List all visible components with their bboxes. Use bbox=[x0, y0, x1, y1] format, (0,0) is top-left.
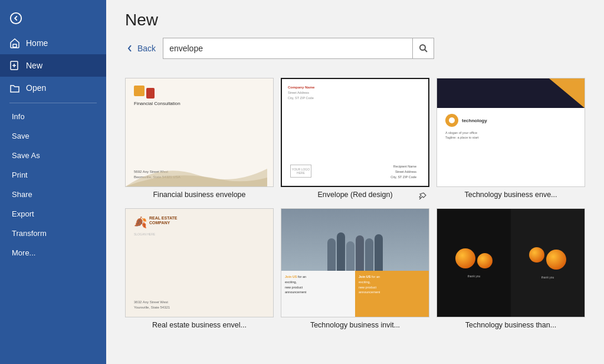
sidebar-item-open[interactable]: Open bbox=[0, 77, 106, 99]
template-label-tech-thank: Technology business than... bbox=[436, 317, 585, 336]
template-thumb-realestate: 🍂 REAL ESTATECOMPANY SLOGAN HERE 3632 An… bbox=[125, 208, 274, 317]
back-link[interactable]: Back bbox=[125, 44, 156, 53]
sidebar-item-home-label: Home bbox=[26, 38, 48, 48]
sidebar-menu-export[interactable]: Export bbox=[0, 204, 106, 224]
sidebar-menu-more[interactable]: More... bbox=[0, 243, 106, 263]
template-label-envelope-red: Envelope (Red design) bbox=[281, 187, 429, 206]
sidebar-menu-share[interactable]: Share bbox=[0, 185, 106, 204]
back-link-label: Back bbox=[137, 44, 156, 53]
template-label-tech-envelope: Technology business enve... bbox=[436, 187, 585, 206]
sidebar-menu-transform[interactable]: Transform bbox=[0, 224, 106, 243]
svg-rect-1 bbox=[13, 44, 17, 47]
svg-point-0 bbox=[11, 13, 21, 24]
template-card-tech-thank[interactable]: thank you thank you Technology business … bbox=[436, 208, 585, 336]
template-card-envelope-red[interactable]: Company Name Street AddressCity, ST ZIP … bbox=[281, 78, 429, 206]
template-card-financial[interactable]: Financial Consultation 5692 Any Street W… bbox=[125, 78, 274, 206]
sidebar-menu-print[interactable]: Print bbox=[0, 165, 106, 185]
svg-line-6 bbox=[425, 50, 427, 52]
pin-icon bbox=[418, 192, 427, 201]
sidebar-menu-save-as[interactable]: Save As bbox=[0, 146, 106, 165]
sidebar-menu-save[interactable]: Save bbox=[0, 126, 106, 146]
sidebar-menu-info[interactable]: Info bbox=[0, 107, 106, 126]
templates-grid: Financial Consultation 5692 Any Street W… bbox=[125, 78, 585, 336]
template-thumb-tech-envelope: technology A slogan of your officeTaglin… bbox=[436, 78, 585, 187]
template-card-realestate[interactable]: 🍂 REAL ESTATECOMPANY SLOGAN HERE 3632 An… bbox=[125, 208, 274, 336]
template-label-realestate: Real estate business envel... bbox=[125, 317, 274, 336]
template-label-financial: Financial business envelope bbox=[125, 187, 274, 206]
sidebar-item-open-label: Open bbox=[26, 83, 46, 93]
page-title: New bbox=[125, 11, 585, 29]
search-input[interactable] bbox=[163, 44, 412, 53]
template-thumb-financial: Financial Consultation 5692 Any Street W… bbox=[125, 78, 274, 187]
back-button[interactable] bbox=[2, 5, 29, 32]
sidebar-item-home[interactable]: Home bbox=[0, 32, 106, 54]
main-content: New Back bbox=[106, 0, 604, 364]
template-thumb-tech-thank: thank you thank you bbox=[436, 208, 585, 317]
templates-scroll: Financial Consultation 5692 Any Street W… bbox=[106, 68, 604, 364]
main-header: New Back bbox=[106, 0, 604, 68]
template-label-tech-invite: Technology business invit... bbox=[281, 317, 429, 336]
template-thumb-tech-invite: Join US for anexciting,new productannoun… bbox=[281, 208, 429, 317]
template-card-tech-envelope[interactable]: technology A slogan of your officeTaglin… bbox=[436, 78, 585, 206]
search-button[interactable] bbox=[412, 38, 434, 59]
sidebar-divider bbox=[9, 103, 97, 103]
search-row: Back bbox=[125, 38, 585, 59]
svg-point-5 bbox=[420, 45, 425, 50]
search-box bbox=[163, 38, 434, 59]
sidebar: Home New Open Info Save Save As Print Sh… bbox=[0, 0, 106, 364]
sidebar-item-new-label: New bbox=[26, 61, 42, 70]
template-card-tech-invite[interactable]: Join US for anexciting,new productannoun… bbox=[281, 208, 429, 336]
sidebar-item-new[interactable]: New bbox=[0, 54, 106, 77]
template-thumb-envelope-red: Company Name Street AddressCity, ST ZIP … bbox=[281, 78, 429, 187]
